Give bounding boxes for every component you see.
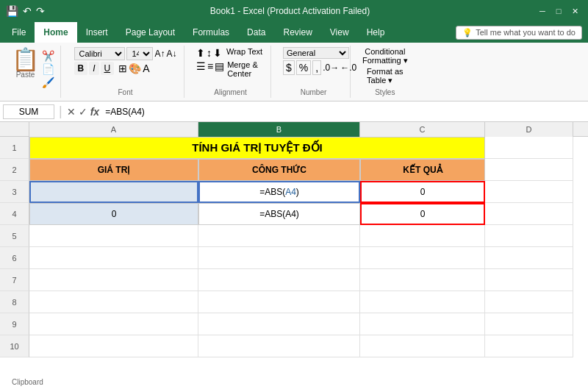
cell-c9[interactable] bbox=[360, 313, 485, 335]
format-as-table-button[interactable]: Format asTable ▾ bbox=[367, 67, 404, 85]
cell-b7[interactable] bbox=[198, 269, 360, 291]
tab-file[interactable]: File bbox=[3, 22, 35, 43]
cell-a1-merged[interactable]: TÍNH GIÁ TRỊ TUYỆT ĐỐI bbox=[29, 137, 485, 159]
italic-button[interactable]: I bbox=[89, 62, 98, 75]
col-header-d[interactable]: D bbox=[485, 122, 573, 137]
font-color-button[interactable]: A bbox=[143, 63, 149, 74]
cell-c3[interactable]: 0 bbox=[360, 181, 485, 203]
minimize-button[interactable]: ─ bbox=[535, 4, 550, 18]
font-size-select[interactable]: 14 bbox=[126, 47, 153, 60]
align-center-button[interactable]: ≡ bbox=[207, 60, 213, 78]
fill-color-button[interactable]: 🎨 bbox=[129, 63, 141, 74]
format-painter-button[interactable]: 🖌️ bbox=[42, 76, 54, 88]
tab-help[interactable]: Help bbox=[358, 22, 394, 43]
cell-c2[interactable]: KẾT QUẢ bbox=[360, 159, 485, 181]
copy-button[interactable]: 📄 bbox=[42, 63, 54, 75]
bold-button[interactable]: B bbox=[74, 62, 88, 75]
cell-c5[interactable] bbox=[360, 225, 485, 247]
currency-button[interactable]: $ bbox=[283, 60, 295, 75]
tab-view[interactable]: View bbox=[321, 22, 358, 43]
col-header-a[interactable]: A bbox=[29, 122, 198, 137]
formula-input[interactable]: =ABS(A4) bbox=[102, 105, 585, 118]
spreadsheet-row-8: 8 bbox=[0, 291, 588, 313]
cell-b4[interactable]: =ABS(A4) bbox=[198, 203, 360, 225]
cell-d1[interactable] bbox=[485, 137, 573, 159]
cell-d2[interactable] bbox=[485, 159, 573, 181]
align-left-button[interactable]: ☰ bbox=[196, 60, 206, 78]
insert-function-icon[interactable]: fx bbox=[90, 106, 99, 118]
font-family-select[interactable]: Calibri bbox=[74, 47, 126, 60]
cell-c10[interactable] bbox=[360, 335, 485, 357]
font-controls: Calibri 14 A↑ A↓ B I U ⊞ 🎨 A bbox=[74, 47, 177, 75]
cell-d8[interactable] bbox=[485, 291, 573, 313]
cell-a8[interactable] bbox=[29, 291, 198, 313]
paste-button[interactable]: 📋 bbox=[12, 49, 39, 71]
comma-button[interactable]: , bbox=[312, 60, 321, 75]
cell-d7[interactable] bbox=[485, 269, 573, 291]
cell-c7[interactable] bbox=[360, 269, 485, 291]
cell-d9[interactable] bbox=[485, 313, 573, 335]
formula-ref-b3: A4 bbox=[285, 187, 296, 197]
cell-a6[interactable] bbox=[29, 247, 198, 269]
undo-icon[interactable]: ↶ bbox=[23, 5, 32, 17]
name-box[interactable] bbox=[3, 104, 54, 119]
tab-review[interactable]: Review bbox=[274, 22, 320, 43]
cell-d10[interactable] bbox=[485, 335, 573, 357]
tell-me-box[interactable]: 💡 Tell me what you want to do bbox=[456, 26, 582, 40]
ribbon-tabs: File Home Insert Page Layout Formulas Da… bbox=[0, 22, 588, 43]
close-button[interactable]: ✕ bbox=[567, 4, 582, 18]
cut-button[interactable]: ✂️ bbox=[42, 50, 54, 62]
cell-d5[interactable] bbox=[485, 225, 573, 247]
cell-c8[interactable] bbox=[360, 291, 485, 313]
align-middle-button[interactable]: ↕ bbox=[207, 47, 212, 59]
cell-b5[interactable] bbox=[198, 225, 360, 247]
alignment-group: ⬆ ↕ ⬇ Wrap Text ☰ ≡ ▤ Merge & Center Ali… bbox=[190, 46, 271, 98]
cell-a9[interactable] bbox=[29, 313, 198, 335]
increase-font-button[interactable]: A↑ bbox=[154, 49, 165, 59]
cell-b2[interactable]: CÔNG THỨC bbox=[198, 159, 360, 181]
cell-a10[interactable] bbox=[29, 335, 198, 357]
cell-a3[interactable] bbox=[29, 181, 198, 203]
cell-d3[interactable] bbox=[485, 181, 573, 203]
maximize-button[interactable]: □ bbox=[551, 4, 566, 18]
cell-c4[interactable]: 0 bbox=[360, 203, 485, 225]
increase-decimal-button[interactable]: .0→ bbox=[323, 63, 339, 73]
confirm-formula-icon[interactable]: ✓ bbox=[79, 106, 87, 118]
align-right-button[interactable]: ▤ bbox=[215, 60, 224, 78]
underline-button[interactable]: U bbox=[101, 62, 115, 75]
cell-c6[interactable] bbox=[360, 247, 485, 269]
decrease-font-button[interactable]: A↓ bbox=[166, 49, 176, 59]
border-button[interactable]: ⊞ bbox=[118, 63, 127, 74]
number-format-select[interactable]: General bbox=[283, 47, 349, 59]
tab-data[interactable]: Data bbox=[238, 22, 274, 43]
merge-center-button[interactable]: Merge & Center bbox=[227, 60, 265, 78]
conditional-formatting-button[interactable]: ConditionalFormatting ▾ bbox=[362, 47, 408, 65]
cell-b8[interactable] bbox=[198, 291, 360, 313]
cell-a5[interactable] bbox=[29, 225, 198, 247]
cell-d4[interactable] bbox=[485, 203, 573, 225]
percent-button[interactable]: % bbox=[296, 60, 311, 75]
decrease-decimal-button[interactable]: ←.0 bbox=[340, 63, 356, 73]
row-num-7: 7 bbox=[0, 269, 29, 291]
cell-a2[interactable]: GIÁ TRỊ bbox=[29, 159, 198, 181]
align-top-button[interactable]: ⬆ bbox=[196, 47, 205, 59]
tab-page-layout[interactable]: Page Layout bbox=[117, 22, 184, 43]
cell-a7[interactable] bbox=[29, 269, 198, 291]
cell-b9[interactable] bbox=[198, 313, 360, 335]
save-icon[interactable]: 💾 bbox=[6, 5, 18, 17]
wrap-text-button[interactable]: Wrap Text bbox=[226, 47, 262, 59]
cell-b10[interactable] bbox=[198, 335, 360, 357]
col-header-c[interactable]: C bbox=[360, 122, 485, 137]
align-bottom-button[interactable]: ⬇ bbox=[213, 47, 222, 59]
formula-bar-separator: | bbox=[59, 104, 62, 119]
redo-icon[interactable]: ↷ bbox=[36, 5, 45, 17]
tab-home[interactable]: Home bbox=[35, 22, 76, 43]
col-header-b[interactable]: B bbox=[198, 122, 360, 137]
tab-insert[interactable]: Insert bbox=[77, 22, 117, 43]
cell-d6[interactable] bbox=[485, 247, 573, 269]
tab-formulas[interactable]: Formulas bbox=[184, 22, 238, 43]
cancel-formula-icon[interactable]: ✕ bbox=[67, 106, 76, 118]
cell-b3[interactable]: =ABS(A4) bbox=[198, 181, 360, 203]
cell-a4[interactable]: 0 bbox=[29, 203, 198, 225]
cell-b6[interactable] bbox=[198, 247, 360, 269]
